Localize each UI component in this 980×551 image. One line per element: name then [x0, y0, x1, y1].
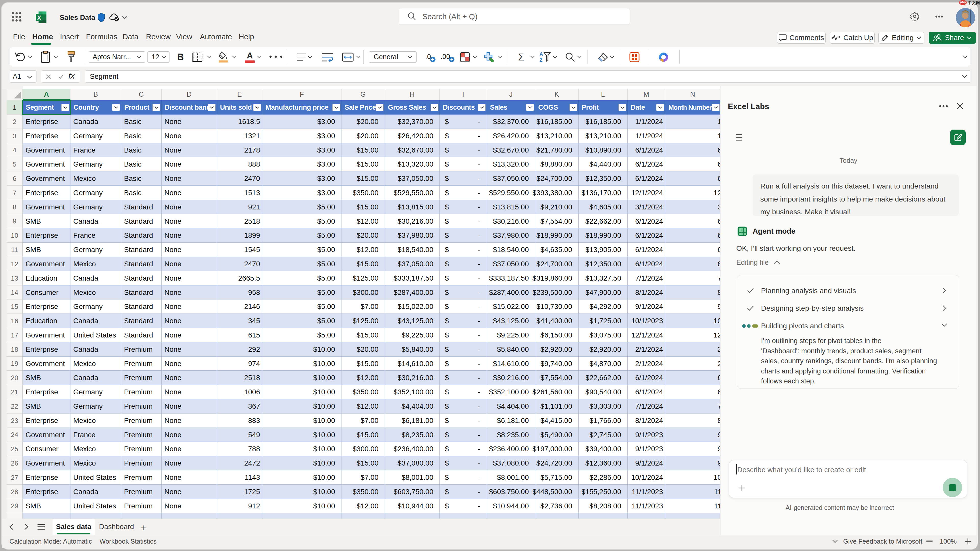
svg-text:A: A	[539, 52, 543, 57]
svg-text:.00: .00	[441, 53, 450, 60]
svg-text:X: X	[37, 14, 41, 21]
svg-text:Z: Z	[539, 57, 542, 63]
svg-text:.0: .0	[425, 53, 431, 60]
